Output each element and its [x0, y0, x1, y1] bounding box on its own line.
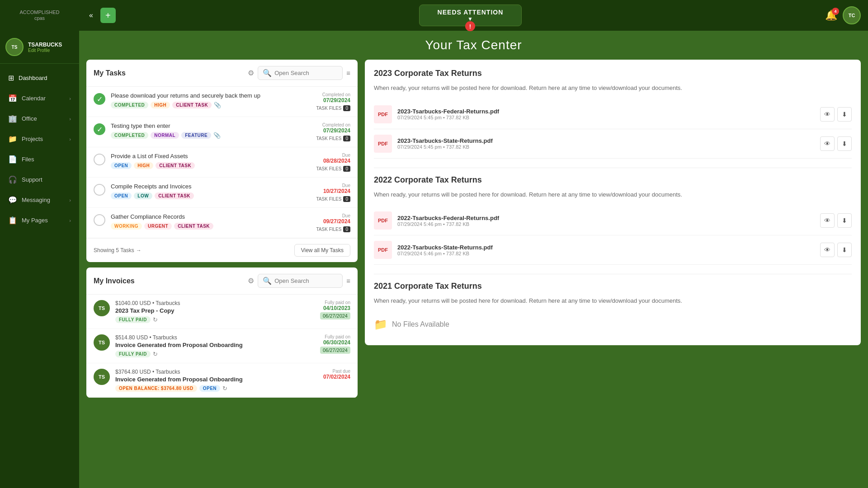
task-name: Compile Receipts and Invoices: [111, 183, 311, 190]
invoices-search-input[interactable]: [274, 277, 338, 284]
left-column: My Tasks ⚙ 🔍 ≡ ✓: [86, 60, 358, 481]
content-area: Your Tax Center My Tasks ⚙ 🔍: [79, 31, 868, 488]
download-button[interactable]: ⬇: [837, 136, 852, 151]
invoice-name: 2023 Tax Prep - Copy: [115, 307, 315, 314]
dashboard-icon: ⊞: [8, 74, 14, 82]
task-badges: COMPLETED NORMAL FEATURE 📎: [111, 132, 311, 139]
edit-profile-link[interactable]: Edit Profile: [28, 48, 62, 53]
invoice-right: Past due 07/02/2024: [323, 369, 350, 380]
inv-date-secondary: 06/27/2024: [320, 347, 350, 354]
task-check-working: [94, 214, 105, 226]
sidebar-item-office[interactable]: 🏢 Office ›: [2, 109, 77, 128]
table-row: ✓ Please download your returns and secur…: [86, 87, 358, 117]
task-right: Due 08/28/2024 TASK FILES 0: [316, 153, 350, 172]
table-row: Provide a List of Fixed Assets OPEN HIGH…: [86, 147, 358, 178]
invoice-amount: $3764.80 USD • Tsarbucks: [115, 369, 318, 375]
refresh-icon[interactable]: ↻: [153, 351, 158, 357]
top-actions: « +: [79, 8, 116, 23]
invoice-name: Invoice Generated from Proposal Onboardi…: [115, 376, 318, 383]
task-files-count: 0: [343, 136, 350, 141]
pdf-actions: 👁 ⬇: [820, 136, 852, 151]
task-date-label: Due: [316, 183, 350, 188]
sidebar-item-mypages[interactable]: 📋 My Pages ›: [2, 211, 77, 230]
support-icon: 🎧: [8, 175, 17, 184]
preview-button[interactable]: 👁: [820, 243, 835, 257]
pdf-item: PDF 2023-Tsarbucks-Federal-Returns.pdf 0…: [374, 100, 852, 129]
task-files: TASK FILES 0: [316, 105, 350, 111]
task-files-count: 0: [343, 196, 350, 202]
pdf-info: 2023-Tsarbucks-Federal-Returns.pdf 07/29…: [397, 108, 815, 120]
task-name: Please download your returns and securel…: [111, 92, 311, 99]
tax-section-2021: 2021 Corporate Tax Returns When ready, y…: [374, 282, 852, 336]
sidebar-item-dashboard[interactable]: ⊞ Dashboard: [2, 68, 77, 88]
view-all-tasks-button[interactable]: View all My Tasks: [294, 244, 350, 257]
pdf-actions: 👁 ⬇: [820, 213, 852, 228]
tasks-card: My Tasks ⚙ 🔍 ≡ ✓: [86, 60, 358, 262]
sidebar-nav: ⊞ Dashboard 📅 Calendar › 🏢 Office ›: [0, 64, 79, 235]
notifications-button[interactable]: 🔔 4: [825, 9, 837, 21]
add-button[interactable]: +: [100, 8, 116, 23]
pdf-name: 2022-Tsarbucks-State-Returns.pdf: [397, 244, 815, 251]
download-button[interactable]: ⬇: [837, 213, 852, 228]
showing-count: Showing 5 Tasks →: [94, 247, 142, 253]
preview-button[interactable]: 👁: [820, 107, 835, 122]
tasks-filter-button[interactable]: ≡: [346, 69, 350, 77]
table-row: Compile Receipts and Invoices OPEN LOW C…: [86, 178, 358, 208]
tasks-card-title: My Tasks: [94, 69, 126, 77]
sidebar-item-label: Office: [22, 115, 37, 122]
content-columns: My Tasks ⚙ 🔍 ≡ ✓: [79, 60, 868, 488]
badge-open-balance: OPEN BALANCE: $3764.80 USD: [115, 385, 197, 392]
chevron-right-icon: ›: [69, 116, 71, 122]
messaging-icon: 💬: [8, 196, 17, 204]
pdf-meta: 07/29/2024 5:46 pm • 737.82 KB: [397, 251, 815, 256]
right-panel: 2023 Corporate Tax Returns When ready, y…: [365, 60, 861, 345]
sidebar-item-files[interactable]: 📄 Files: [2, 150, 77, 169]
pdf-item: PDF 2022-Tsarbucks-State-Returns.pdf 07/…: [374, 235, 852, 265]
sidebar-user: TS TSARBUCKS Edit Profile: [0, 31, 79, 64]
task-files-label: TASK FILES: [316, 166, 341, 171]
invoices-filter-button[interactable]: ≡: [346, 277, 350, 285]
badge-fully-paid: FULLY PAID: [115, 316, 151, 323]
inv-date: 07/02/2024: [323, 374, 350, 380]
task-files-count: 0: [343, 105, 350, 111]
sidebar-item-label: Messaging: [22, 197, 50, 203]
task-name: Provide a List of Fixed Assets: [111, 153, 311, 160]
office-icon: 🏢: [8, 114, 17, 123]
needs-attention-button[interactable]: NEEDS ATTENTION ▼ !: [419, 5, 522, 26]
invoice-name: Invoice Generated from Proposal Onboardi…: [115, 342, 315, 348]
download-button[interactable]: ⬇: [837, 243, 852, 257]
badge-client-task: CLIENT TASK: [172, 102, 212, 108]
refresh-icon[interactable]: ↻: [153, 316, 158, 323]
user-avatar-button[interactable]: TC: [843, 6, 861, 24]
pdf-name: 2022-Tsarbucks-Federal-Returns.pdf: [397, 215, 815, 221]
section-desc-2023: When ready, your returns will be posted …: [374, 84, 852, 93]
invoices-search-box[interactable]: 🔍: [258, 274, 343, 288]
badge-working: WORKING: [111, 223, 142, 230]
arrow-icon: →: [136, 247, 142, 253]
badge-fully-paid: FULLY PAID: [115, 351, 151, 357]
sidebar-item-calendar[interactable]: 📅 Calendar ›: [2, 89, 77, 108]
tasks-search-input[interactable]: [274, 70, 338, 76]
preview-button[interactable]: 👁: [820, 136, 835, 151]
task-main: Provide a List of Fixed Assets OPEN HIGH…: [111, 153, 311, 169]
sidebar-item-support[interactable]: 🎧 Support: [2, 170, 77, 189]
task-right: Completed on 07/29/2024 TASK FILES 0: [316, 122, 350, 141]
tasks-card-header: My Tasks ⚙ 🔍 ≡: [86, 60, 358, 87]
inv-date: 04/10/2023: [320, 305, 350, 311]
sidebar-item-messaging[interactable]: 💬 Messaging ›: [2, 190, 77, 210]
invoice-badges: OPEN BALANCE: $3764.80 USD OPEN ↻: [115, 385, 318, 392]
main-layout: TS TSARBUCKS Edit Profile ⊞ Dashboard 📅 …: [0, 31, 868, 488]
no-files-area: 📁 No Files Available: [374, 313, 852, 336]
invoices-header-right: ⚙ 🔍 ≡: [248, 274, 350, 288]
sidebar-item-projects[interactable]: 📁 Projects ›: [2, 129, 77, 149]
preview-button[interactable]: 👁: [820, 213, 835, 228]
app-sub-text: cpas: [19, 15, 59, 21]
invoice-main: $1040.00 USD • Tsarbucks 2023 Tax Prep -…: [115, 300, 315, 323]
collapse-button[interactable]: «: [86, 9, 96, 22]
refresh-icon[interactable]: ↻: [222, 385, 227, 392]
tasks-search-box[interactable]: 🔍: [258, 66, 343, 80]
task-main: Testing type then enter COMPLETED NORMAL…: [111, 122, 311, 139]
download-button[interactable]: ⬇: [837, 107, 852, 122]
invoice-avatar: TS: [94, 334, 110, 351]
badge-high: HIGH: [151, 102, 170, 108]
